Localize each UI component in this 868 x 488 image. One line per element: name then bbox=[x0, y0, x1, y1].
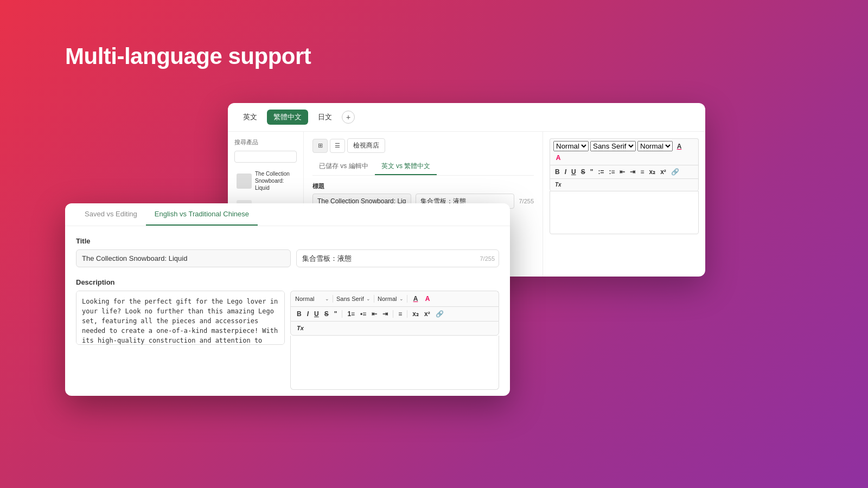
desc-toolbar-3: Tx bbox=[290, 321, 499, 336]
desc-en-textarea[interactable]: Looking for the perfect gift for the Leg… bbox=[76, 291, 285, 345]
title-char-count: 7/255 bbox=[519, 198, 534, 204]
italic-button[interactable]: I bbox=[563, 168, 568, 176]
tab-english[interactable]: 英文 bbox=[237, 110, 264, 125]
tab-japanese[interactable]: 日文 bbox=[311, 110, 339, 125]
toolbar-sep-2 bbox=[374, 295, 374, 303]
page-title: Multi-language support bbox=[65, 43, 311, 69]
front-size-select[interactable]: Normal Small Large bbox=[378, 296, 404, 302]
toolbar-sep-1 bbox=[333, 295, 333, 303]
title-row: 7/255 bbox=[76, 249, 499, 267]
search-input[interactable] bbox=[234, 151, 297, 163]
list-ordered-button[interactable]: := bbox=[596, 168, 605, 176]
front-bold-button[interactable]: B bbox=[295, 310, 303, 318]
size-select[interactable]: Normal bbox=[637, 141, 673, 151]
text-highlight-icon[interactable]: A bbox=[553, 153, 563, 163]
link-button[interactable]: 🔗 bbox=[669, 168, 681, 176]
back-right-panel: Normal Sans Serif Normal A A B I U S " :… bbox=[542, 132, 705, 277]
front-font-select[interactable]: Sans Serif Serif bbox=[336, 296, 371, 302]
toolbar-sep-5 bbox=[393, 310, 393, 318]
desc-zh-textarea[interactable] bbox=[290, 336, 499, 390]
desc-toolbar-2: B I U S " 1≡ •≡ ⇤ ⇥ ≡ x₂ x² 🔗 bbox=[290, 306, 499, 321]
text-color-icon[interactable]: A bbox=[674, 142, 684, 151]
front-tabs: Saved vs Editing English vs Traditional … bbox=[65, 203, 510, 226]
right-content-area bbox=[550, 191, 699, 234]
front-strike-button[interactable]: S bbox=[323, 310, 330, 318]
right-toolbar-3: Tx bbox=[550, 178, 699, 191]
title-field-label: 標題 bbox=[312, 182, 534, 190]
quote-button[interactable]: " bbox=[589, 168, 595, 176]
sidebar-label: 搜尋產品 bbox=[234, 138, 297, 146]
toolbar-sep-6 bbox=[407, 310, 407, 318]
clear-format-button[interactable]: Tx bbox=[553, 181, 563, 189]
list-icon: ☰ bbox=[335, 142, 340, 149]
preview-store-button[interactable]: 檢視商店 bbox=[347, 138, 385, 153]
font-select-wrap: Sans Serif Serif bbox=[336, 296, 371, 302]
front-quote-button[interactable]: " bbox=[333, 310, 339, 318]
front-indent-inc-button[interactable]: ⇥ bbox=[381, 310, 390, 318]
front-list-ul-button[interactable]: •≡ bbox=[359, 310, 368, 318]
product-thumbnail bbox=[237, 174, 252, 189]
tab-en-vs-zh[interactable]: 英文 vs 繁體中文 bbox=[375, 158, 437, 175]
size-select-wrap: Normal Small Large bbox=[378, 296, 404, 302]
toolbar-sep-3 bbox=[407, 295, 407, 303]
tab-saved-vs-editing[interactable]: 已儲存 vs 編輯中 bbox=[312, 158, 375, 175]
desc-label: Description bbox=[76, 278, 499, 286]
title-label: Title bbox=[76, 237, 499, 245]
sidebar-product-item[interactable]: The Collection Snowboard: Liquid bbox=[234, 167, 297, 195]
desc-left: Looking for the perfect gift for the Leg… bbox=[76, 291, 285, 392]
front-align-button[interactable]: ≡ bbox=[397, 310, 404, 318]
front-content: Title 7/255 Description Looking for the … bbox=[65, 226, 510, 396]
title-en-input[interactable] bbox=[76, 249, 291, 267]
front-text-color-icon[interactable]: A bbox=[411, 294, 420, 304]
font-select[interactable]: Sans Serif bbox=[590, 141, 636, 151]
title-zh-count: 7/255 bbox=[480, 255, 495, 262]
grid-icon: ⊞ bbox=[318, 142, 323, 149]
tab-front-saved[interactable]: Saved vs Editing bbox=[76, 203, 146, 226]
indent-dec-button[interactable]: ⇤ bbox=[618, 168, 627, 176]
tab-chinese[interactable]: 繁體中文 bbox=[267, 110, 308, 125]
align-button[interactable]: ≡ bbox=[639, 168, 646, 176]
front-clear-format-button[interactable]: Tx bbox=[295, 324, 305, 332]
format-select[interactable]: Normal bbox=[553, 141, 589, 151]
front-link-button[interactable]: 🔗 bbox=[434, 310, 445, 318]
front-subscript-button[interactable]: x₂ bbox=[411, 310, 420, 318]
grid-view-button[interactable]: ⊞ bbox=[312, 139, 328, 153]
front-italic-button[interactable]: I bbox=[305, 310, 310, 318]
format-select-wrap: Normal Heading 1 Heading 2 bbox=[295, 296, 329, 302]
desc-toolbar: Normal Heading 1 Heading 2 Sans Serif Se… bbox=[290, 291, 499, 306]
content-tabs: 已儲存 vs 編輯中 英文 vs 繁體中文 bbox=[312, 158, 534, 176]
front-list-ord-button[interactable]: 1≡ bbox=[346, 310, 356, 318]
desc-right: Normal Heading 1 Heading 2 Sans Serif Se… bbox=[290, 291, 499, 392]
tab-front-en-zh[interactable]: English vs Traditional Chinese bbox=[146, 203, 258, 226]
front-indent-dec-button[interactable]: ⇤ bbox=[370, 310, 379, 318]
view-toggle: ⊞ ☰ 檢視商店 bbox=[312, 138, 534, 153]
front-superscript-button[interactable]: x² bbox=[423, 310, 432, 318]
toolbar-sep-4 bbox=[342, 310, 342, 318]
title-zh-input[interactable] bbox=[296, 249, 499, 267]
product-name: The Collection Snowboard: Liquid bbox=[255, 170, 295, 191]
front-text-bg-icon[interactable]: A bbox=[423, 294, 432, 304]
bold-button[interactable]: B bbox=[553, 168, 561, 176]
subscript-button[interactable]: x₂ bbox=[647, 168, 657, 176]
right-toolbar: Normal Sans Serif Normal A A bbox=[550, 138, 699, 165]
front-underline-button[interactable]: U bbox=[312, 310, 321, 318]
front-format-select[interactable]: Normal Heading 1 Heading 2 bbox=[295, 296, 329, 302]
strikethrough-button[interactable]: S bbox=[579, 168, 587, 176]
add-language-button[interactable]: + bbox=[342, 111, 355, 124]
underline-button[interactable]: U bbox=[570, 168, 578, 176]
list-bullet-button[interactable]: :≡ bbox=[607, 168, 616, 176]
foreground-card: Saved vs Editing English vs Traditional … bbox=[65, 203, 510, 396]
list-view-button[interactable]: ☰ bbox=[330, 139, 345, 153]
back-header: 英文 繁體中文 日文 + bbox=[228, 103, 705, 132]
indent-inc-button[interactable]: ⇥ bbox=[628, 168, 637, 176]
desc-row: Looking for the perfect gift for the Leg… bbox=[76, 291, 499, 392]
right-toolbar-2: B I U S " := :≡ ⇤ ⇥ ≡ x₂ x² 🔗 bbox=[550, 165, 699, 178]
superscript-button[interactable]: x² bbox=[659, 168, 668, 176]
title-zh-wrap: 7/255 bbox=[296, 249, 499, 267]
